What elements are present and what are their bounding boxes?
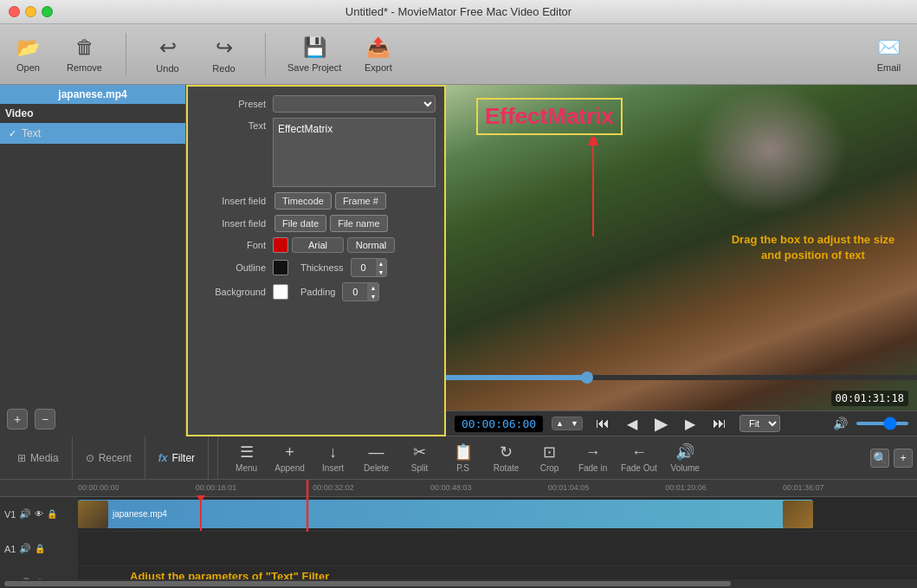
playhead-head — [197, 495, 205, 502]
append-icon: + — [285, 443, 294, 462]
append-label: Append — [274, 463, 304, 473]
zoom-in-button[interactable]: + — [894, 449, 913, 468]
open-label: Open — [16, 62, 40, 73]
toolbar-email[interactable]: ✉️ Email — [869, 36, 908, 73]
next-frame-button[interactable]: ▶ — [681, 414, 700, 434]
outline-color-swatch[interactable] — [273, 260, 288, 275]
tool-menu[interactable]: ☰ Menu — [231, 443, 262, 473]
tool-fade-in[interactable]: → Fade in — [578, 443, 608, 473]
background-row: Background Padding ▲ ▼ — [197, 282, 436, 301]
file-date-button[interactable]: File date — [274, 215, 326, 232]
v1-audio-icon[interactable]: 🔊 — [19, 508, 31, 520]
toolbar-redo[interactable]: ↪ Redo — [204, 36, 243, 74]
padding-label: Padding — [300, 287, 335, 297]
maximize-button[interactable] — [42, 6, 53, 17]
timeline-controls: 00:00:06:00 ▲ ▼ ⏮ ◀ ▶ ▶ ⏭ Fit 🔊 — [446, 410, 917, 436]
text-input-area[interactable]: EffectMatrix — [273, 118, 436, 187]
tab-media[interactable]: ⊞ Media — [4, 436, 73, 479]
tool-split[interactable]: ✂ Split — [404, 443, 435, 473]
v1-clip[interactable]: japanese.mp4 — [78, 500, 813, 528]
left-panel-controls: + − — [0, 402, 185, 436]
ruler-mark-1: 00:00:16:01 — [196, 483, 237, 492]
fade-in-label: Fade in — [578, 463, 607, 473]
prev-frame-button[interactable]: ◀ — [623, 414, 642, 434]
tool-rotate[interactable]: ↻ Rotate — [491, 443, 521, 473]
thickness-down-button[interactable]: ▼ — [376, 268, 387, 276]
toolbar-export[interactable]: 📤 Export — [358, 36, 397, 73]
video-section-label: Video — [0, 104, 185, 123]
a1-audio-icon[interactable]: 🔊 — [19, 543, 31, 554]
font-name-label[interactable]: Arial — [292, 237, 344, 253]
menu-icon: ☰ — [240, 443, 254, 462]
right-side: EffectMatrix — [446, 85, 917, 436]
main-toolbar: 📂 Open 🗑 Remove ↩ Undo ↪ Redo 💾 Save Pro… — [0, 24, 917, 85]
bottom-area: ⊞ Media ⊙ Recent fx Filter ☰ Menu + Ap — [0, 436, 917, 588]
annotation-arrow — [559, 137, 628, 241]
annotation-up-arrow — [290, 480, 325, 536]
tracks-content-area: 00:00:00:00 00:00:16:01 00:00:32:02 00:0… — [78, 480, 917, 579]
thickness-up-button[interactable]: ▲ — [376, 259, 387, 268]
frame-button[interactable]: Frame # — [335, 192, 386, 210]
tool-append[interactable]: + Append — [274, 443, 305, 473]
add-item-button[interactable]: + — [7, 409, 28, 430]
toolbar-open[interactable]: 📂 Open — [9, 36, 48, 73]
save-label: Save Project — [287, 62, 341, 73]
tool-fade-out[interactable]: ← Fade Out — [621, 443, 657, 473]
preview-progress-bar[interactable] — [446, 375, 917, 380]
v1-eye-icon[interactable]: 👁 — [35, 509, 43, 519]
a1-track-label: A1 🔊 🔒 — [0, 532, 78, 566]
v1-track-content: japanese.mp4 — [78, 497, 917, 532]
font-color-swatch[interactable] — [273, 237, 288, 253]
minimize-button[interactable] — [25, 6, 36, 17]
tool-volume[interactable]: 🔊 Volume — [670, 443, 701, 473]
ruler-mark-5: 00:01:20:06 — [665, 483, 707, 492]
toolbar-save[interactable]: 💾 Save Project — [287, 36, 341, 73]
padding-input[interactable] — [343, 285, 367, 299]
background-color-swatch[interactable] — [273, 284, 288, 300]
preset-label: Preset — [197, 99, 266, 109]
rotate-icon: ↻ — [500, 443, 513, 462]
remove-item-button[interactable]: − — [35, 409, 55, 430]
drag-hint-label: Drag the box to adjust the size and posi… — [732, 233, 895, 262]
timecode-button[interactable]: Timecode — [274, 192, 332, 210]
v1-lock-icon[interactable]: 🔒 — [47, 509, 57, 519]
tool-delete[interactable]: — Delete — [361, 443, 391, 473]
text-overlay-box[interactable]: EffectMatrix — [476, 98, 623, 135]
timeline-scrollbar[interactable] — [0, 579, 917, 588]
crop-label: Crop — [540, 463, 559, 473]
toolbar-undo[interactable]: ↩ Undo — [148, 36, 187, 74]
tool-crop[interactable]: ⊡ Crop — [534, 443, 565, 473]
fit-select[interactable]: Fit — [739, 415, 780, 432]
a1-lock-icon[interactable]: 🔒 — [35, 544, 45, 553]
skip-forward-button[interactable]: ⏭ — [708, 414, 731, 433]
progress-handle[interactable] — [581, 372, 593, 384]
padding-down-button[interactable]: ▼ — [367, 292, 378, 300]
volume-tool-icon: 🔊 — [675, 443, 694, 462]
toolbar-remove[interactable]: 🗑 Remove — [65, 36, 104, 73]
tab-recent[interactable]: ⊙ Recent — [73, 436, 145, 479]
email-label: Email — [877, 62, 901, 73]
tool-insert[interactable]: ↓ Insert — [318, 443, 348, 473]
preset-select[interactable] — [273, 95, 436, 113]
skip-back-button[interactable]: ⏮ — [591, 414, 614, 433]
split-label: Split — [411, 463, 428, 473]
video-preview: EffectMatrix — [446, 85, 917, 410]
play-button[interactable]: ▶ — [650, 411, 672, 436]
padding-up-button[interactable]: ▲ — [367, 283, 378, 292]
recent-label: Recent — [99, 452, 132, 464]
tool-ps[interactable]: 📋 P.S — [448, 443, 478, 473]
thickness-input[interactable] — [352, 261, 376, 275]
left-panel-item-text[interactable]: ✓ Text — [0, 123, 185, 144]
tab-filter[interactable]: fx Filter — [145, 436, 209, 479]
playhead[interactable] — [200, 497, 202, 531]
close-button[interactable] — [9, 6, 20, 17]
scrollbar-thumb[interactable] — [4, 581, 731, 586]
file-name-button[interactable]: File name — [330, 215, 387, 232]
time-up-btn[interactable]: ▲ — [552, 417, 567, 430]
zoom-out-button[interactable]: 🔍 — [870, 449, 889, 468]
time-down-btn[interactable]: ▼ — [567, 417, 582, 430]
clip-thumb-left — [78, 501, 108, 528]
font-style-label[interactable]: Normal — [347, 237, 395, 253]
volume-slider[interactable] — [856, 422, 908, 425]
preview-text-overlay: EffectMatrix — [485, 103, 614, 129]
